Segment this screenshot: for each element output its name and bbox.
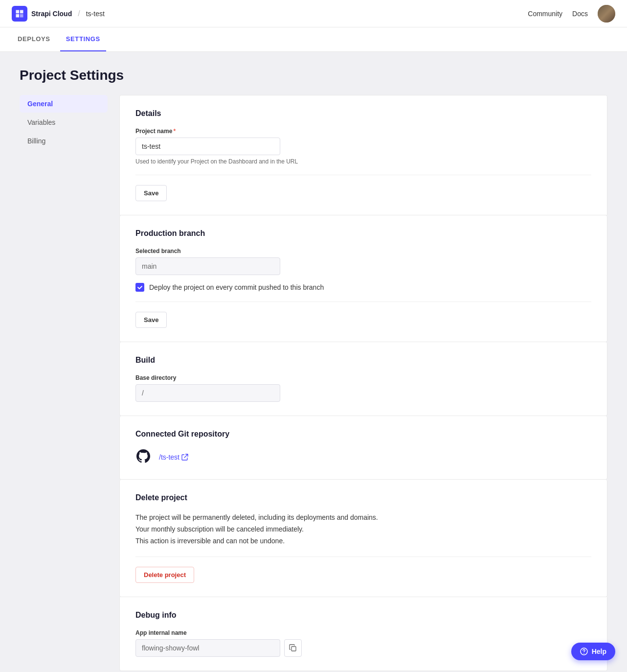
copy-icon bbox=[289, 644, 297, 652]
delete-project-title: Delete project bbox=[135, 493, 591, 502]
base-directory-input[interactable] bbox=[135, 384, 280, 402]
external-link-icon bbox=[181, 454, 188, 461]
sidebar: General Variables Billing bbox=[20, 95, 108, 671]
selected-branch-field: Selected branch bbox=[135, 248, 591, 275]
connected-repo-section: Connected Git repository /ts-test bbox=[119, 416, 607, 480]
sidebar-item-variables[interactable]: Variables bbox=[20, 114, 108, 131]
docs-link[interactable]: Docs bbox=[572, 10, 588, 18]
project-name-label: Project name * bbox=[135, 128, 591, 135]
details-section: Details Project name * Used to identify … bbox=[119, 95, 607, 215]
sidebar-item-general[interactable]: General bbox=[20, 95, 108, 113]
breadcrumb-project: ts-test bbox=[86, 10, 105, 18]
deploy-on-commit-row: Deploy the project on every commit pushe… bbox=[135, 283, 591, 292]
debug-info-section: Debug info App internal name bbox=[119, 597, 607, 671]
deploy-on-commit-checkbox[interactable] bbox=[135, 283, 144, 292]
sidebar-item-billing[interactable]: Billing bbox=[20, 132, 108, 150]
deploy-on-commit-label: Deploy the project on every commit pushe… bbox=[149, 283, 324, 291]
connected-repo-title: Connected Git repository bbox=[135, 430, 591, 439]
brand-name: Strapi Cloud bbox=[31, 10, 72, 18]
required-star: * bbox=[173, 128, 176, 135]
debug-info-title: Debug info bbox=[135, 611, 591, 620]
debug-input-row bbox=[135, 639, 591, 657]
content-layout: General Variables Billing Details Projec… bbox=[20, 95, 607, 671]
base-directory-field: Base directory bbox=[135, 374, 591, 402]
repo-link[interactable]: /ts-test bbox=[159, 453, 188, 461]
details-save-button[interactable]: Save bbox=[135, 185, 167, 201]
app-internal-name-field: App internal name bbox=[135, 629, 591, 657]
divider-3 bbox=[135, 556, 591, 557]
production-branch-section: Production branch Selected branch Deploy… bbox=[119, 215, 607, 342]
build-title: Build bbox=[135, 356, 591, 365]
project-name-field: Project name * Used to identify your Pro… bbox=[135, 128, 591, 165]
divider-2 bbox=[135, 301, 591, 302]
help-icon bbox=[580, 648, 588, 655]
user-avatar[interactable] bbox=[598, 5, 615, 23]
selected-branch-label: Selected branch bbox=[135, 248, 591, 255]
header: Strapi Cloud / ts-test Community Docs bbox=[0, 0, 627, 27]
project-name-input[interactable] bbox=[135, 138, 280, 155]
tabs-bar: DEPLOYS SETTINGS bbox=[0, 27, 627, 52]
tab-settings[interactable]: SETTINGS bbox=[60, 27, 106, 51]
svg-rect-1 bbox=[291, 647, 296, 651]
github-icon bbox=[135, 448, 151, 465]
strapi-logo[interactable] bbox=[12, 6, 27, 22]
svg-rect-0 bbox=[20, 14, 23, 17]
base-directory-label: Base directory bbox=[135, 374, 591, 381]
divider bbox=[135, 175, 591, 175]
build-section: Build Base directory bbox=[119, 342, 607, 416]
community-link[interactable]: Community bbox=[528, 10, 562, 18]
header-right: Community Docs bbox=[528, 5, 615, 23]
delete-project-button[interactable]: Delete project bbox=[135, 567, 194, 583]
app-internal-name-input bbox=[135, 639, 280, 657]
main-content: Project Settings General Variables Billi… bbox=[0, 52, 627, 672]
app-internal-name-label: App internal name bbox=[135, 629, 591, 636]
copy-button[interactable] bbox=[284, 639, 302, 657]
help-button[interactable]: Help bbox=[571, 643, 615, 660]
breadcrumb-separator: / bbox=[78, 9, 80, 18]
branch-save-button[interactable]: Save bbox=[135, 312, 167, 328]
project-name-hint: Used to identify your Project on the Das… bbox=[135, 158, 591, 165]
content-area: Details Project name * Used to identify … bbox=[119, 95, 607, 671]
delete-project-section: Delete project The project will be perma… bbox=[119, 480, 607, 597]
connected-repo-row: /ts-test bbox=[135, 448, 591, 465]
production-branch-title: Production branch bbox=[135, 229, 591, 238]
tab-deploys[interactable]: DEPLOYS bbox=[12, 27, 56, 51]
avatar-image bbox=[598, 5, 615, 23]
header-left: Strapi Cloud / ts-test bbox=[12, 6, 105, 22]
svg-point-3 bbox=[583, 653, 584, 654]
selected-branch-input[interactable] bbox=[135, 257, 280, 275]
page-title: Project Settings bbox=[20, 68, 607, 83]
delete-description: The project will be permanently deleted,… bbox=[135, 512, 591, 547]
details-title: Details bbox=[135, 109, 591, 118]
